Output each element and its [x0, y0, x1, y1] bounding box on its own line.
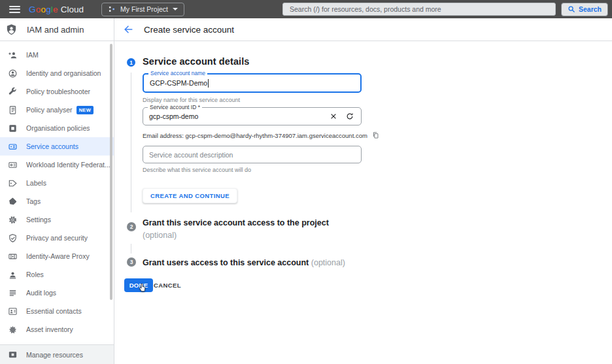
policy-analyser-icon [8, 105, 18, 115]
contacts-icon [8, 306, 18, 316]
iam-shield-icon [5, 24, 18, 36]
project-selector-label: My First Project [120, 5, 168, 13]
sidebar-footer-label: Manage resources [26, 351, 83, 359]
top-bar: Google Cloud My First Project Search [0, 0, 612, 18]
sidebar-item-organisation-policies[interactable]: Organisation policies [0, 119, 114, 137]
step-2-optional: (optional) [143, 229, 417, 242]
refresh-icon[interactable] [346, 112, 354, 120]
product-section: IAM and admin [0, 18, 114, 41]
service-account-name-field[interactable]: Service account name GCP-CSPM-Demo [143, 73, 362, 93]
sidebar-item-privacy-and-security[interactable]: Privacy and security [0, 229, 114, 247]
sidebar-item-label: IAM [26, 51, 39, 59]
stepper-connector [131, 244, 131, 254]
sidebar-item-iam[interactable]: IAM [0, 46, 114, 64]
step-3-indicator: 3 [127, 257, 136, 267]
sub-header: IAM and admin Create service account [0, 18, 612, 41]
gcp-console: Google Cloud My First Project Search IAM… [0, 0, 612, 364]
audit-logs-icon [8, 288, 18, 298]
sidebar-item-audit-logs[interactable]: Audit logs [0, 284, 114, 302]
id-field-actions [330, 112, 355, 120]
service-account-id-field[interactable]: Service account ID * gcp-cspm-demo [143, 107, 362, 125]
step-1-title: Service account details [143, 56, 250, 67]
sidebar-item-identity-and-organisation[interactable]: Identity and organisation [0, 64, 114, 82]
sidebar-item-label: Privacy and security [26, 234, 88, 242]
page-header: Create service account [114, 18, 234, 41]
sidebar-item-settings[interactable]: Settings [0, 210, 114, 229]
sidebar-item-essential-contacts[interactable]: Essential contacts [0, 302, 114, 320]
sidebar-item-label: Tags [26, 197, 41, 205]
main-content: 1 Service account details Service accoun… [114, 41, 612, 364]
sidebar: IAMIdentity and organisationPolicy troub… [0, 41, 114, 364]
hamburger-menu-icon[interactable] [9, 4, 20, 14]
sidebar-item-service-accounts[interactable]: Service accounts [0, 137, 114, 156]
step-3-title: Grant users access to this service accou… [143, 257, 456, 269]
gear-icon [8, 215, 18, 225]
description-helper-text: Describe what this service account will … [143, 167, 251, 173]
sidebar-nav: IAMIdentity and organisationPolicy troub… [0, 41, 114, 339]
sidebar-item-label: Settings [26, 216, 51, 223]
cancel-button[interactable]: CANCEL [154, 282, 181, 289]
name-helper-text: Display name for this service account [143, 97, 240, 103]
sidebar-scrollbar[interactable] [110, 44, 112, 300]
logo-cloud: Cloud [61, 5, 84, 14]
roles-icon [8, 270, 18, 280]
sidebar-item-roles[interactable]: Roles [0, 265, 114, 284]
wrench-icon [8, 87, 18, 97]
manage-resources-icon [8, 350, 18, 359]
project-selector[interactable]: My First Project [101, 3, 184, 16]
back-arrow-icon[interactable] [123, 24, 133, 35]
hand-cursor-icon [138, 282, 148, 292]
caret-down-icon [173, 8, 178, 10]
sidebar-item-label: Identity-Aware Proxy [26, 252, 90, 260]
sidebar-item-label: Service accounts [26, 142, 78, 150]
step-2-indicator: 2 [127, 222, 136, 231]
sidebar-item-policy-troubleshooter[interactable]: Policy troubleshooter [0, 82, 114, 101]
tag-icon [8, 197, 18, 207]
sidebar-item-workload-identity-federat[interactable]: Workload Identity Federat... [0, 156, 114, 174]
proxy-icon [8, 252, 18, 261]
search-input[interactable] [282, 3, 556, 16]
service-account-id-label: Service account ID * [148, 104, 202, 110]
email-address-line: Email address: gcp-cspm-demo@hardy-rhyth… [143, 131, 379, 139]
search-area: Search [282, 3, 612, 16]
text-cursor [208, 79, 209, 88]
sidebar-item-asset-inventory[interactable]: Asset inventory [0, 320, 114, 339]
sidebar-item-policy-analyser[interactable]: Policy analyserNEW [0, 101, 114, 119]
sidebar-item-tags[interactable]: Tags [0, 192, 114, 210]
person-add-icon [8, 50, 18, 60]
sidebar-item-identity-aware-proxy[interactable]: Identity-Aware Proxy [0, 247, 114, 265]
service-account-name-label: Service account name [148, 70, 207, 76]
step-2-title: Grant this service account access to the… [143, 217, 417, 242]
sidebar-item-label: Essential contacts [26, 307, 82, 315]
magnifier-icon [568, 5, 575, 13]
email-address-text: Email address: gcp-cspm-demo@hardy-rhyth… [143, 132, 367, 139]
product-name: IAM and admin [27, 25, 84, 35]
copy-icon[interactable] [372, 131, 379, 139]
sidebar-item-label: Policy troubleshooter [26, 88, 90, 95]
create-and-continue-button[interactable]: CREATE AND CONTINUE [143, 188, 237, 203]
clear-icon[interactable] [330, 112, 337, 120]
project-grid-icon [108, 5, 116, 13]
step-1-indicator: 1 [127, 58, 135, 67]
sidebar-item-label: Identity and organisation [26, 69, 101, 77]
sidebar-item-label: Workload Identity Federat... [26, 161, 110, 169]
page-title: Create service account [144, 25, 234, 35]
search-button[interactable]: Search [561, 3, 608, 16]
label-icon [8, 178, 18, 188]
sidebar-item-labels[interactable]: Labels [0, 174, 114, 192]
service-accounts-icon [8, 142, 18, 152]
service-account-id-value: gcp-cspm-demo [149, 112, 198, 120]
workload-identity-icon [8, 160, 18, 170]
service-account-description-field [143, 146, 362, 163]
sidebar-item-label: Organisation policies [26, 124, 90, 132]
sidebar-item-manage-resources[interactable]: Manage resources [0, 344, 114, 364]
step-3-title-text: Grant users access to this service accou… [143, 258, 309, 267]
asset-inventory-icon [8, 325, 18, 335]
google-cloud-logo: Google Cloud [29, 5, 84, 14]
sidebar-item-label: Asset inventory [26, 325, 73, 333]
stepper-connector [131, 73, 131, 212]
service-account-description-input[interactable] [149, 146, 355, 163]
sidebar-item-label: Policy analyser [26, 106, 73, 114]
sidebar-item-label: Roles [26, 271, 44, 278]
privacy-shield-icon [8, 233, 18, 243]
